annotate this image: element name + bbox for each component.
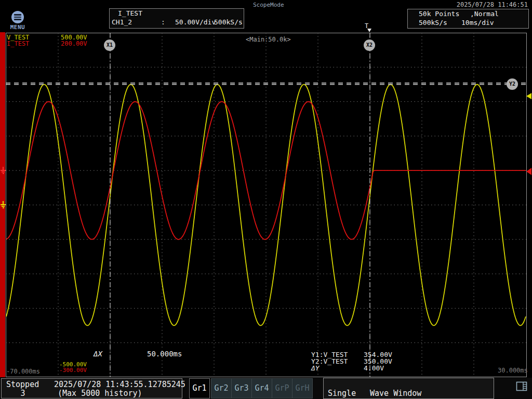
i-test-top-scale: 200.00V bbox=[61, 40, 87, 47]
hamburger-icon bbox=[11, 11, 24, 23]
menu-button[interactable]: MENU bbox=[6, 10, 29, 31]
main-record-label: <Main:50.0k> bbox=[246, 36, 291, 43]
trigger-mode-window-button[interactable]: Single Wave Window bbox=[323, 378, 494, 399]
trigger-level-icon bbox=[526, 93, 531, 99]
history-note: (Max 5000 history) bbox=[58, 389, 142, 398]
scope-mode-title: ScopeMode bbox=[253, 2, 284, 8]
acquisition-timestamp: 2025/07/28 11:43:55.12785245 bbox=[54, 380, 185, 389]
record-length: 50k Points bbox=[419, 10, 459, 18]
acquisition-mode: ,Normal bbox=[470, 10, 499, 18]
status-text: Stopped bbox=[6, 380, 39, 389]
cursor-x1-handle[interactable]: X1 bbox=[104, 39, 115, 51]
channel-info-box[interactable]: I_TEST CH1_2 : 50.00V/div 500kS/s bbox=[109, 8, 244, 29]
tab-gr2[interactable]: Gr2 bbox=[211, 378, 232, 398]
oscilloscope-screen: ScopeMode 2025/07/28 11:46:51 MENU I_TES… bbox=[0, 0, 532, 399]
waveform-plot-area[interactable]: V_TEST 500.00V I_TEST 200.00V <Main:50.0… bbox=[6, 33, 527, 377]
channel-scale: 50.00V/div bbox=[175, 18, 216, 26]
delta-x-value: 50.000ms bbox=[147, 350, 182, 358]
delta-y-label: ΔY bbox=[311, 364, 320, 372]
waveform-svg bbox=[6, 33, 527, 377]
window-name-label: Wave Window bbox=[370, 389, 421, 398]
tab-gr3[interactable]: Gr3 bbox=[231, 378, 252, 398]
history-count: 3 bbox=[15, 389, 31, 398]
time-per-div: 10ms/div bbox=[461, 19, 494, 26]
tab-grh[interactable]: GrH bbox=[292, 378, 313, 398]
cursor-x2-handle[interactable]: X2 bbox=[364, 39, 375, 51]
channel-sample-rate: 500kS/s bbox=[214, 18, 243, 26]
delta-y-value: 4.00V bbox=[364, 364, 384, 372]
tab-grp[interactable]: GrP bbox=[272, 378, 292, 398]
clock-datetime: 2025/07/28 11:46:51 bbox=[457, 1, 528, 8]
acquisition-sample-rate: 500kS/s bbox=[419, 19, 447, 26]
i-test-trace-label: I_TEST bbox=[7, 40, 29, 47]
acquisition-status-box: Stopped 3 2025/07/28 11:43:55.12785245 (… bbox=[1, 378, 182, 398]
delta-x-label: ΔX bbox=[94, 350, 102, 358]
channel-id: CH1_2 bbox=[112, 18, 132, 26]
cursor-y2-handle[interactable]: Y2 bbox=[507, 78, 518, 90]
acquisition-info-box[interactable]: 50k Points ,Normal 500kS/s 10ms/div bbox=[407, 9, 529, 29]
trigger-position-arrow-icon bbox=[367, 29, 371, 32]
time-axis-left-value: -70.000ms bbox=[6, 368, 40, 375]
tab-gr1[interactable]: Gr1 bbox=[189, 378, 210, 398]
trigger-mode-label: Single bbox=[328, 389, 356, 398]
channel-separator: : bbox=[161, 18, 165, 26]
time-axis-right-value: 30.000ms bbox=[498, 367, 528, 374]
footer-bar: Stopped 3 2025/07/28 11:43:55.12785245 (… bbox=[0, 378, 532, 399]
i-test-right-level-icon bbox=[526, 168, 531, 175]
tab-gr4[interactable]: Gr4 bbox=[251, 378, 272, 398]
menu-label: MENU bbox=[6, 24, 29, 31]
channel-trace-name: I_TEST bbox=[118, 9, 142, 17]
window-layout-icon[interactable] bbox=[516, 381, 528, 394]
i-test-bottom-scale: -300.00V bbox=[59, 367, 87, 374]
